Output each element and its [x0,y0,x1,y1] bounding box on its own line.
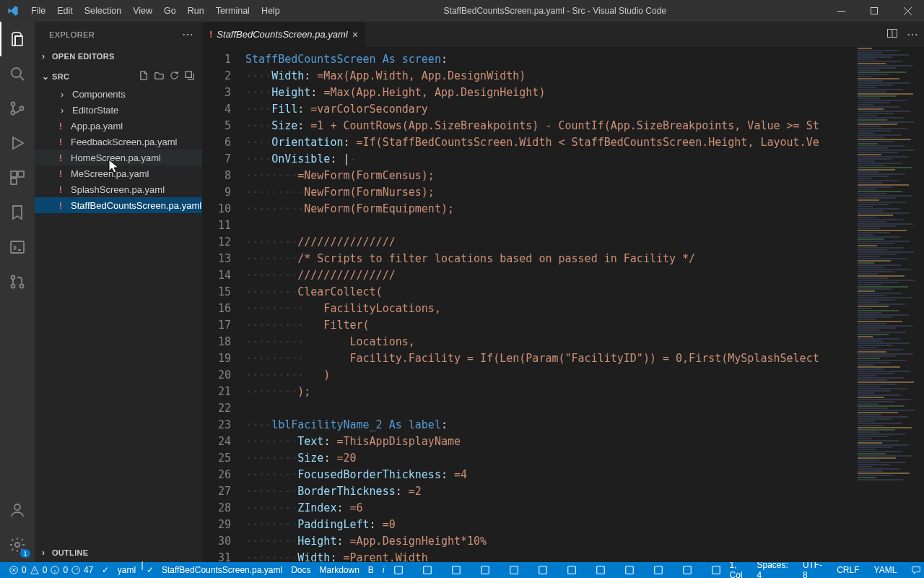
status-code-icon[interactable] [620,562,639,578]
svg-rect-28 [625,566,633,574]
status-warning-icon[interactable] [389,562,408,578]
more-actions-icon[interactable]: ⋯ [907,27,918,41]
editor-area: ! StaffBedCountsScreen.pa.yaml × ⋯ 12345… [202,22,924,562]
minimap[interactable] [855,47,924,562]
svg-rect-20 [394,566,402,574]
svg-rect-21 [423,566,431,574]
maximize-button[interactable] [858,0,891,22]
title-bar: FileEditSelectionViewGoRunTerminalHelp S… [0,0,924,22]
folder-components[interactable]: ›Components [35,86,202,102]
terminal-activity[interactable] [0,230,35,264]
menu-file[interactable]: File [25,0,51,22]
refresh-icon[interactable] [169,70,180,83]
svg-point-14 [15,543,19,547]
folder-editorstate[interactable]: ›EditorState [35,102,202,118]
status-strike-icon[interactable] [649,562,668,578]
search-activity[interactable] [0,56,35,91]
tab-staffbedcounts[interactable]: ! StaffBedCountsScreen.pa.yaml × [202,22,366,47]
sidebar-more-icon[interactable]: ⋯ [182,27,193,41]
close-button[interactable] [891,0,924,22]
collapse-icon[interactable] [184,70,195,83]
bookmark-activity[interactable] [0,195,35,230]
file-feedbackscreen-pa-yaml[interactable]: !FeedbackScreen.pa.yaml [35,134,202,150]
yaml-file-icon: ! [55,184,66,195]
svg-rect-0 [837,11,845,12]
code-content[interactable]: StaffBedCountsScreen As screen:····Width… [245,47,855,562]
menu-run[interactable]: Run [182,0,210,22]
menu-bar: FileEditSelectionViewGoRunTerminalHelp [25,0,286,22]
status-language[interactable]: YAML [870,562,902,578]
svg-point-5 [20,107,24,111]
close-icon[interactable]: × [352,29,358,40]
outline-section[interactable]: › OUTLINE [35,546,202,559]
svg-rect-1 [871,7,877,14]
yaml-file-icon: ! [209,29,212,40]
svg-rect-23 [481,566,489,574]
status-docs[interactable]: Docs [287,562,315,578]
new-folder-icon[interactable] [154,70,165,83]
minimize-button[interactable] [824,0,858,22]
tab-label: StaffBedCountsScreen.pa.yaml [217,29,347,40]
status-bold[interactable]: B [364,562,378,578]
status-spaces[interactable]: Spaces: 4 [753,562,793,578]
code-editor[interactable]: 1234567891011121314151617181920212223242… [202,47,924,562]
status-add-box-icon[interactable] [505,562,523,578]
status-italic[interactable]: i [378,562,389,578]
status-cursor[interactable]: Ln 1, Col 1 [725,562,747,578]
menu-edit[interactable]: Edit [51,0,79,22]
explorer-sidebar: EXPLORER ⋯ › OPEN EDITORS ⌄ SRC [35,22,202,562]
file-staffbedcountsscreen-pa-yaml[interactable]: !StaffBedCountsScreen.pa.yaml [35,197,202,213]
split-editor-icon[interactable] [886,27,898,41]
status-feedback-icon[interactable] [907,562,924,578]
status-table-icon[interactable] [591,562,610,578]
yaml-file-icon: ! [55,152,66,163]
new-file-icon[interactable] [139,70,149,83]
extensions-activity[interactable] [0,160,35,195]
svg-rect-24 [510,566,518,574]
status-bar: 0 0 0 47 ✓ yaml | ✓ StaffBedCountsScreen… [0,562,924,578]
menu-go[interactable]: Go [158,0,182,22]
menu-help[interactable]: Help [256,0,286,22]
svg-point-4 [12,111,15,115]
status-problems[interactable]: 0 0 0 47 [4,562,97,578]
status-bullets-icon[interactable] [447,562,466,578]
status-yaml-check[interactable]: ✓ yaml | ✓ StaffBedCountsScreen.pa.yaml [97,562,287,578]
git-pr-activity[interactable] [0,264,35,299]
status-markdown[interactable]: Markdown [315,562,363,578]
status-preview-icon[interactable] [678,562,697,578]
chevron-down-icon: ⌄ [42,72,52,82]
svg-rect-30 [683,566,691,574]
window-title: StaffBedCountsScreen.pa.yaml - Src - Vis… [286,6,824,16]
svg-rect-7 [18,171,24,177]
src-section[interactable]: ⌄ SRC [35,69,202,85]
accounts-activity[interactable] [0,493,35,527]
open-editors-label: OPEN EDITORS [52,52,115,61]
status-image-icon[interactable] [562,562,581,578]
menu-view[interactable]: View [127,0,158,22]
svg-rect-29 [654,566,662,574]
svg-rect-8 [11,178,17,184]
settings-activity[interactable]: 1 [0,527,35,562]
file-splashscreen-pa-yaml[interactable]: !SplashScreen.pa.yaml [35,181,202,197]
chevron-right-icon: › [61,105,72,116]
svg-point-13 [14,504,20,510]
run-debug-activity[interactable] [0,126,35,160]
svg-point-3 [12,103,15,106]
file-app-pa-yaml[interactable]: !App.pa.yaml [35,118,202,134]
status-eol[interactable]: CRLF [832,562,863,578]
menu-terminal[interactable]: Terminal [210,0,256,22]
status-lock-icon[interactable] [707,562,725,578]
status-checkbox-icon[interactable] [476,562,494,578]
status-list-icon[interactable] [418,562,437,578]
chevron-right-icon: › [42,548,52,558]
vscode-logo-icon [0,5,25,17]
menu-selection[interactable]: Selection [79,0,127,22]
svg-point-11 [12,285,15,288]
status-encoding[interactable]: UTF-8 [798,562,827,578]
explorer-activity[interactable] [0,22,35,56]
svg-rect-26 [567,566,575,574]
status-link-icon[interactable] [533,562,552,578]
chevron-right-icon: › [61,89,72,100]
source-control-activity[interactable] [0,91,35,126]
open-editors-section[interactable]: › OPEN EDITORS [35,50,202,63]
